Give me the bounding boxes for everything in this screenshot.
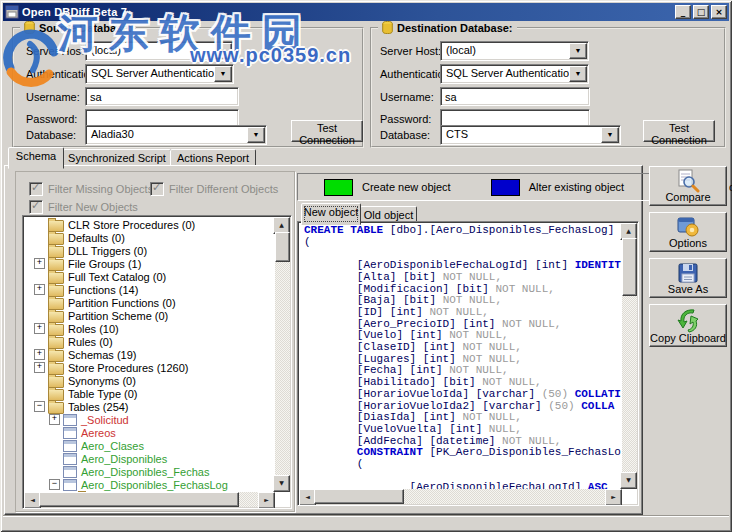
expand-icon[interactable]: + <box>34 349 45 360</box>
tree-vscroll-thumb[interactable] <box>275 232 290 262</box>
dropdown-arrow-icon[interactable]: ▼ <box>569 43 587 59</box>
source-username-input[interactable] <box>85 87 239 106</box>
tree-item-label: Full Text Catalog (0) <box>68 271 166 283</box>
code-vertical-scrollbar[interactable]: ▲ ▼ <box>622 223 637 489</box>
tree-item-aero-clases[interactable]: Aero_Clases <box>24 439 275 452</box>
destination-server-host-select[interactable]: (local) ▼ <box>440 41 589 61</box>
expand-icon[interactable]: + <box>34 258 45 269</box>
tree-item-aero-disponibles[interactable]: Aero_Disponibles <box>24 452 275 465</box>
tree-item-aero-disponibles-fechas[interactable]: Aero_Disponibles_Fechas <box>24 465 275 478</box>
dropdown-arrow-icon[interactable]: ▼ <box>214 66 232 82</box>
dropdown-arrow-icon[interactable]: ▼ <box>214 43 232 59</box>
table-icon <box>63 427 77 439</box>
copy-clipboard-label: Copy Clipboard <box>650 332 726 344</box>
expand-icon[interactable]: + <box>34 362 45 373</box>
filter-new-objects-checkbox[interactable]: ✓ <box>29 200 43 214</box>
collapse-icon[interactable]: − <box>49 479 60 490</box>
source-test-connection-button[interactable]: Test Connection <box>291 120 363 142</box>
filter-missing-objects-checkbox[interactable]: ✓ <box>29 182 43 196</box>
tree-indent <box>34 375 45 386</box>
expand-icon[interactable]: + <box>49 414 60 425</box>
tree-item-label: Aero_Disponibles <box>81 453 167 465</box>
source-auth-select[interactable]: SQL Server Authentication ▼ <box>85 64 234 84</box>
tree-item-clr-store-procedures-0[interactable]: CLR Store Procedures (0) <box>24 218 275 231</box>
legend-item: Create new object <box>324 179 451 196</box>
code-horizontal-scrollbar[interactable]: ◄ ► <box>299 489 622 504</box>
tree-item-solicitud[interactable]: +_Solicitud <box>24 413 275 426</box>
destination-username-input[interactable] <box>440 87 590 106</box>
tree-item-label: Partition Functions (0) <box>68 297 176 309</box>
tree-hscroll-thumb[interactable] <box>39 492 239 507</box>
tree-item-defaults-0[interactable]: Defaults (0) <box>24 231 275 244</box>
compare-button[interactable]: Compare <box>649 166 727 206</box>
save-as-label: Save As <box>650 283 726 295</box>
tree-item-synonyms-0[interactable]: Synonyms (0) <box>24 374 275 387</box>
tree-item-roles-10[interactable]: +Roles (10) <box>24 322 275 335</box>
source-server-host-select[interactable]: (local) ▼ <box>85 41 234 61</box>
scroll-down-icon[interactable]: ▼ <box>273 475 290 492</box>
database-icon <box>382 21 393 34</box>
tree-item-label: Aero_Disponibles_FechasLog <box>81 479 228 491</box>
tree-item-partition-functions-0[interactable]: Partition Functions (0) <box>24 296 275 309</box>
filter-different-objects-checkbox[interactable]: ✓ <box>150 182 164 196</box>
source-database-select[interactable]: Aladia30 ▼ <box>85 125 267 145</box>
source-group-title: Source Database: <box>20 21 136 34</box>
tree-item-schemas-19[interactable]: +Schemas (19) <box>24 348 275 361</box>
tree-item-label: DLL Triggers (0) <box>68 245 147 257</box>
tree-indent <box>34 219 45 230</box>
collapse-icon[interactable]: − <box>34 401 45 412</box>
maximize-button[interactable]: □ <box>693 5 709 19</box>
filter-tree-panel: ✓ Filter Missing Objects ✓ Filter Differ… <box>15 171 295 512</box>
scroll-down-icon[interactable]: ▼ <box>620 472 637 489</box>
expand-icon[interactable]: + <box>34 284 45 295</box>
tree-item-dll-triggers-0[interactable]: DLL Triggers (0) <box>24 244 275 257</box>
destination-database-group: Destination Database: Server Host: (loca… <box>370 27 726 148</box>
dropdown-arrow-icon[interactable]: ▼ <box>601 127 619 143</box>
minimize-button[interactable]: _ <box>675 5 691 19</box>
options-button[interactable]: Options <box>649 212 727 252</box>
title-bar[interactable]: Open DBDiff Beta 7 _ □ × <box>3 3 729 21</box>
tree-item-aero-disponibles-fechaslog[interactable]: −Aero_Disponibles_FechasLog <box>24 478 275 491</box>
scroll-right-icon[interactable]: ► <box>258 492 275 509</box>
status-bar <box>3 516 729 530</box>
destination-database-select[interactable]: CTS ▼ <box>440 125 621 145</box>
check-icon: ✓ <box>152 181 161 194</box>
tree-item-tables-254[interactable]: −Tables (254) <box>24 400 275 413</box>
save-as-button[interactable]: Save As <box>649 258 727 298</box>
folder-icon <box>48 402 64 414</box>
tree-item-partition-scheme-0[interactable]: Partition Scheme (0) <box>24 309 275 322</box>
window-controls: _ □ × <box>675 5 729 19</box>
tree-item-functions-14[interactable]: +Functions (14) <box>24 283 275 296</box>
table-icon <box>63 414 77 426</box>
tree-item-table-type-0[interactable]: Table Type (0) <box>24 387 275 400</box>
tree-item-full-text-catalog-0[interactable]: Full Text Catalog (0) <box>24 270 275 283</box>
code-line: CREATE TABLE [dbo].[Aero_Disponibles_Fec… <box>304 225 622 237</box>
expand-icon[interactable]: + <box>34 323 45 334</box>
tree-item-rules-0[interactable]: Rules (0) <box>24 335 275 348</box>
tree-item-file-groups-1[interactable]: +File Groups (1) <box>24 257 275 270</box>
tree-indent <box>49 427 60 438</box>
close-button[interactable]: × <box>711 5 727 19</box>
tab-new-object[interactable]: New object <box>301 203 361 225</box>
copy-clipboard-button[interactable]: Copy Clipboard <box>649 304 727 347</box>
source-server-host-label: Server Host: <box>26 45 87 57</box>
tree-item-store-procedures-1260[interactable]: +Store Procedures (1260) <box>24 361 275 374</box>
tree-vertical-scrollbar[interactable]: ▲ ▼ <box>275 217 290 492</box>
source-database-label: Database: <box>26 129 76 141</box>
code-vscroll-thumb[interactable] <box>622 238 637 296</box>
object-tree: CLR Store Procedures (0)Defaults (0)DLL … <box>24 218 275 492</box>
tree-item-label: Partition Scheme (0) <box>68 310 168 322</box>
dropdown-arrow-icon[interactable]: ▼ <box>569 66 587 82</box>
scroll-right-icon[interactable]: ► <box>605 489 622 506</box>
dropdown-arrow-icon[interactable]: ▼ <box>247 127 265 143</box>
code-hscroll-thumb[interactable] <box>314 489 404 504</box>
destination-auth-select[interactable]: SQL Server Authentication ▼ <box>440 64 589 84</box>
legend-swatch <box>324 179 353 196</box>
tree-horizontal-scrollbar[interactable]: ◄ ► <box>24 492 275 507</box>
sql-code-viewer[interactable]: CREATE TABLE [dbo].[Aero_Disponibles_Fec… <box>297 221 639 506</box>
check-icon: ✓ <box>31 199 40 212</box>
tree-item-aereos[interactable]: Aereos <box>24 426 275 439</box>
tab-schema[interactable]: Schema <box>8 147 64 169</box>
compare-label: Compare <box>650 191 726 203</box>
destination-test-connection-button[interactable]: Test Connection <box>643 120 715 142</box>
